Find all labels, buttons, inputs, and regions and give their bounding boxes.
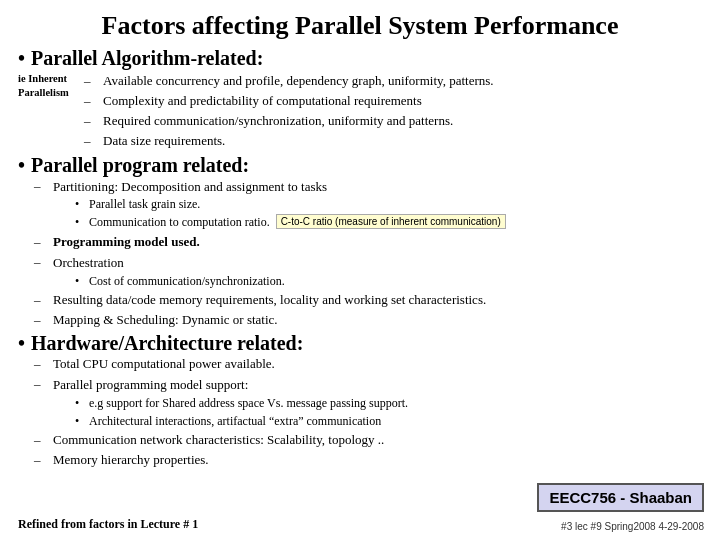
ie-label: ie Inherent Parallelism xyxy=(18,72,84,99)
eecc-box: EECC756 - Shaaban xyxy=(537,483,704,512)
item-text: Communication network characteristics: S… xyxy=(53,431,384,450)
list-item: – Programming model used. xyxy=(34,233,702,252)
item-text: Complexity and predictability of computa… xyxy=(103,92,422,111)
sub-item-text: Parallel task grain size. xyxy=(89,196,200,213)
list-item: – Mapping & Scheduling: Dynamic or stati… xyxy=(34,311,702,330)
item-text: Orchestration xyxy=(53,255,124,270)
section2-header: • Parallel program related: xyxy=(18,154,702,177)
sub-list-item: • Cost of communication/synchronization. xyxy=(75,273,285,290)
section-parallel-algorithm: • Parallel Algorithm-related: ie Inheren… xyxy=(18,47,702,151)
list-item: – Available concurrency and profile, dep… xyxy=(84,72,702,91)
sub-list-item: • e.g support for Shared address space V… xyxy=(75,395,408,412)
list-item: – Partitioning: Decomposition and assign… xyxy=(34,177,702,232)
footer-left: Refined from factors in Lecture # 1 xyxy=(18,517,198,532)
list-item: – Parallel programming model support: • … xyxy=(34,375,702,430)
section1-bullets: – Available concurrency and profile, dep… xyxy=(84,72,702,151)
sub-list-item: • Architectural interactions, artifactua… xyxy=(75,413,408,430)
item-text: Mapping & Scheduling: Dynamic or static. xyxy=(53,311,278,330)
section3-title: Hardware/Architecture related: xyxy=(31,332,303,355)
item-text: Total CPU computational power available. xyxy=(53,355,275,374)
sub-list-item: • Parallel task grain size. xyxy=(75,196,506,213)
section-hardware: • Hardware/Architecture related: – Total… xyxy=(18,332,702,470)
section3-content: – Total CPU computational power availabl… xyxy=(18,355,702,470)
footer-right: #3 lec #9 Spring2008 4-29-2008 xyxy=(561,521,704,532)
section3-header: • Hardware/Architecture related: xyxy=(18,332,702,355)
section1-header: • Parallel Algorithm-related: xyxy=(18,47,702,70)
list-item: – Data size requirements. xyxy=(84,132,702,151)
item-text: Programming model used. xyxy=(53,233,200,252)
sub-list-item: • Communication to computation ratio. C-… xyxy=(75,214,506,231)
item-text: Resulting data/code memory requirements,… xyxy=(53,291,486,310)
sub-item-text: Architectural interactions, artifactual … xyxy=(89,413,381,430)
list-item: – Memory hierarchy properties. xyxy=(34,451,702,470)
section1-content: ie Inherent Parallelism – Available conc… xyxy=(18,72,702,151)
list-item: – Orchestration • Cost of communication/… xyxy=(34,253,702,291)
sub-item-text: Cost of communication/synchronization. xyxy=(89,273,285,290)
section1-title: Parallel Algorithm-related: xyxy=(31,47,263,70)
list-item: – Total CPU computational power availabl… xyxy=(34,355,702,374)
item-text: Partitioning: Decomposition and assignme… xyxy=(53,179,327,194)
slide: Factors affecting Parallel System Perfor… xyxy=(0,0,720,540)
item-text: Data size requirements. xyxy=(103,132,225,151)
item-text: Parallel programming model support: xyxy=(53,377,248,392)
tooltip-box: C-to-C ratio (measure of inherent commun… xyxy=(276,214,506,229)
list-item: – Resulting data/code memory requirement… xyxy=(34,291,702,310)
sub-item-text: Communication to computation ratio. xyxy=(89,214,270,231)
section2-content: – Partitioning: Decomposition and assign… xyxy=(18,177,702,331)
list-item: – Communication network characteristics:… xyxy=(34,431,702,450)
item-text: Required communication/synchronization, … xyxy=(103,112,453,131)
item-text: Available concurrency and profile, depen… xyxy=(103,72,494,91)
list-item: – Complexity and predictability of compu… xyxy=(84,92,702,111)
section2-title: Parallel program related: xyxy=(31,154,249,177)
sub-item-text: e.g support for Shared address space Vs.… xyxy=(89,395,408,412)
slide-title: Factors affecting Parallel System Perfor… xyxy=(18,10,702,41)
item-text: Memory hierarchy properties. xyxy=(53,451,209,470)
list-item: – Required communication/synchronization… xyxy=(84,112,702,131)
section-parallel-program: • Parallel program related: – Partitioni… xyxy=(18,154,702,331)
